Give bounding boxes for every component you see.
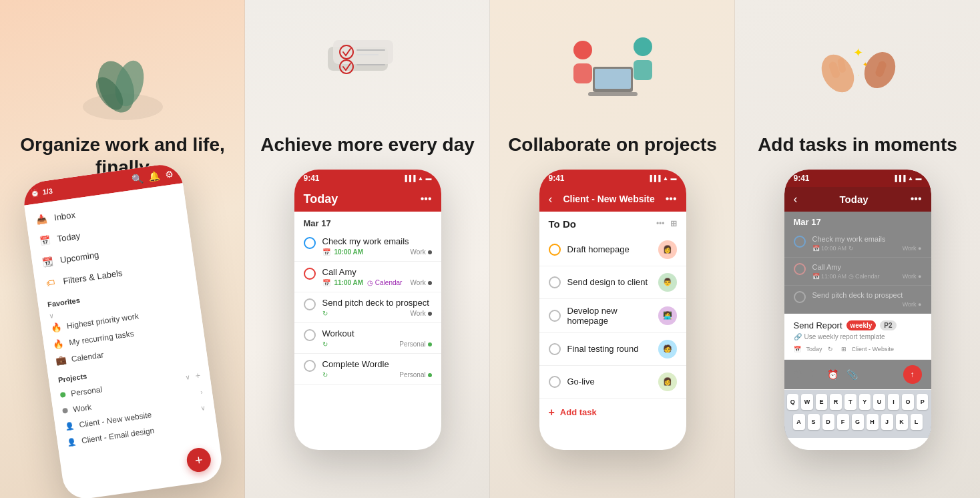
illustration-1 — [0, 0, 245, 134]
collab-task-3[interactable]: Develop new homepage 👩‍💻 — [539, 299, 686, 333]
nav-dots-2[interactable]: ••• — [421, 193, 432, 205]
key-p[interactable]: P — [917, 394, 929, 410]
collab-task-2[interactable]: Send design to client 👨 — [539, 266, 686, 299]
task-time-icon-1: 📅 — [322, 248, 330, 256]
task-item-4[interactable]: Workout ↻ Personal — [294, 323, 441, 354]
key-w[interactable]: W — [801, 394, 813, 410]
client-meta-label: ⊞ — [841, 346, 846, 352]
qa-title-2: Call Amy — [812, 263, 922, 271]
phone-mockup-4: 9:41 ▐▐▐ ▲ ▬ ‹ Today ••• Mar 17 Check — [784, 170, 931, 450]
collab-task-4[interactable]: Final testing round 🧑 — [539, 333, 686, 366]
task-sync-icon-3: ↻ — [322, 310, 328, 317]
task-title-1: Check my work emails — [322, 236, 432, 246]
task-item-5[interactable]: Complete Wordle ↻ Personal — [294, 354, 441, 385]
gear-icon[interactable]: ⚙ — [164, 168, 174, 180]
key-u[interactable]: U — [873, 394, 885, 410]
key-i[interactable]: I — [888, 394, 900, 410]
key-d[interactable]: D — [822, 414, 834, 430]
key-l[interactable]: L — [911, 414, 923, 430]
task-meta-3: ↻ Work — [322, 310, 432, 317]
task-meta-4: ↻ Personal — [322, 340, 432, 348]
key-r[interactable]: R — [830, 394, 842, 410]
collab-task-1[interactable]: Draft homepage 👩 — [539, 234, 686, 266]
fab-button[interactable]: + — [185, 447, 212, 474]
bell-icon[interactable]: 🔔 — [148, 170, 160, 182]
battery-icon: ▬ — [426, 175, 432, 182]
back-button-4[interactable]: ‹ — [794, 192, 798, 206]
panel-collaborate: Collaborate on projects 9:41 ▐▐▐ ▲ ▬ ‹ C… — [490, 0, 735, 498]
qa-tag-3: Work ● — [903, 301, 922, 308]
status-icons-4: ▐▐▐ ▲ ▬ — [893, 175, 921, 182]
chevron-client-new: ∨ — [200, 404, 205, 412]
collab-illustration — [556, 27, 670, 120]
key-h[interactable]: H — [867, 414, 879, 430]
collab-task-5[interactable]: Go-live 👩 — [539, 366, 686, 399]
today-meta-icon: 📅 — [794, 346, 801, 352]
task-item-3[interactable]: Send pitch deck to prospect ↻ Work — [294, 292, 441, 323]
dot-work — [62, 408, 68, 414]
task-item-1[interactable]: Check my work emails 📅 10:00 AM Work — [294, 231, 441, 262]
collab-circle-5 — [549, 376, 561, 388]
task-circle-3 — [304, 298, 316, 310]
avatar-4: 🧑 — [658, 340, 677, 358]
collab-circle-3 — [549, 310, 561, 322]
illustration-4: ✦ ✦ · — [735, 0, 980, 134]
project-personal-label: Personal — [70, 385, 103, 398]
status-bar-3: 9:41 ▐▐▐ ▲ ▬ — [539, 170, 686, 187]
status-time-4: 9:41 — [794, 174, 810, 183]
qa-circle-1 — [794, 236, 806, 248]
qa-tag-2: Work ● — [903, 273, 922, 280]
task-tag-2: Work — [411, 279, 432, 286]
person-icon-1: 👤 — [64, 421, 75, 431]
qa-tag-1: Work ● — [903, 245, 922, 252]
task-item-2[interactable]: Call Amy 📅 11:00 AM ◷ Calendar Work — [294, 262, 441, 292]
todo-dots[interactable]: ••• — [656, 219, 665, 228]
heart-icon[interactable]: ♡ — [794, 369, 802, 380]
search-icon[interactable]: 🔍 — [131, 173, 144, 185]
key-j[interactable]: J — [881, 414, 893, 430]
svg-text:✦: ✦ — [853, 46, 863, 59]
back-button-3[interactable]: ‹ — [549, 192, 553, 206]
nav-bar-3: ‹ Client - New Website ••• — [539, 187, 686, 212]
send-button[interactable]: ↑ — [903, 365, 922, 384]
project-work-label: Work — [72, 403, 91, 415]
key-s[interactable]: S — [808, 414, 820, 430]
task-time-1: 10:00 AM — [334, 248, 364, 256]
task-sync-icon-4: ↻ — [322, 340, 328, 348]
key-q[interactable]: Q — [787, 394, 799, 410]
nav-dots-3[interactable]: ••• — [666, 193, 677, 205]
fire-icon-2: 🔥 — [52, 338, 64, 350]
todo-section-header: To Do ••• ⊞ — [539, 212, 686, 234]
todo-columns[interactable]: ⊞ — [670, 219, 677, 228]
alarm-icon[interactable]: ⏰ — [827, 369, 838, 380]
qa-meta-2: 📅 11:00 AM ◷ Calendar — [812, 273, 880, 280]
phone-mockup-3: 9:41 ▐▐▐ ▲ ▬ ‹ Client - New Website ••• … — [539, 170, 686, 450]
task-tag-4: Personal — [399, 340, 431, 348]
key-o[interactable]: O — [902, 394, 914, 410]
svg-rect-12 — [573, 63, 592, 83]
attachment-icon[interactable]: 📎 — [846, 369, 858, 380]
weekly-badge: weekly — [846, 320, 877, 330]
nav-dots-4[interactable]: ••• — [911, 193, 922, 205]
add-personal[interactable]: + — [194, 370, 201, 381]
key-e[interactable]: E — [816, 394, 828, 410]
task-title-2: Call Amy — [322, 267, 432, 277]
add-task-row[interactable]: + Add task — [539, 399, 686, 427]
filters-icon: 🏷 — [43, 276, 57, 289]
task-meta-highlighted: 📅 Today ↻ ⊞ Client - Website — [794, 346, 922, 352]
p2-badge: P2 — [880, 320, 896, 330]
key-g[interactable]: G — [852, 414, 864, 430]
key-a[interactable]: A — [793, 414, 805, 430]
illustration-2 — [245, 0, 490, 134]
key-t[interactable]: T — [844, 394, 856, 410]
key-f[interactable]: F — [837, 414, 849, 430]
flag-icon[interactable]: ⚑ — [810, 369, 819, 380]
calendar-fav-icon: 💼 — [55, 354, 67, 366]
favorites-expand[interactable]: ∨ — [48, 312, 53, 320]
key-y[interactable]: Y — [859, 394, 871, 410]
task-title-4: Workout — [322, 328, 432, 338]
task-sync-icon-5: ↻ — [322, 371, 328, 379]
key-k[interactable]: K — [896, 414, 908, 430]
status-bar-4: 9:41 ▐▐▐ ▲ ▬ — [784, 170, 931, 187]
svg-rect-17 — [588, 92, 638, 96]
